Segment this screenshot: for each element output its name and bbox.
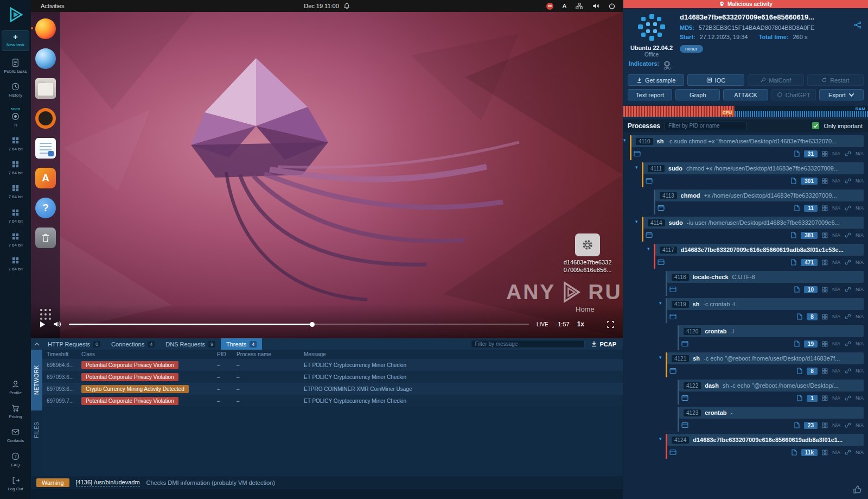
dock-icon-writer[interactable] xyxy=(35,138,56,159)
process-row[interactable]: ▾ 4123 crontab - 23 N/A N/A xyxy=(623,407,864,431)
seek-knob[interactable] xyxy=(310,322,315,327)
threat-row[interactable]: 697093.6... Crypto Currency Mining Activ… xyxy=(42,383,623,395)
sidebar-item-history[interactable]: History xyxy=(0,78,31,102)
action-button[interactable]: IOC xyxy=(687,74,744,86)
process-row[interactable]: ▾ 4119 sh -c crontab -l 8 N/A N/A xyxy=(623,298,864,322)
threat-row[interactable]: 697093.6... Potential Corporate Privacy … xyxy=(42,371,623,383)
action-button[interactable]: Export xyxy=(819,89,864,100)
mute-button[interactable] xyxy=(53,320,61,328)
process-command[interactable]: 4120 crontab -l xyxy=(679,325,864,337)
sample-name[interactable]: d14683e7fbe633207009e616e85660619... xyxy=(680,13,850,21)
sidebar-item-vm[interactable]: 7 64 bit xyxy=(8,131,22,155)
sidebar-item-logout[interactable]: Log Out xyxy=(0,471,31,499)
dock-icon-firefox[interactable] xyxy=(35,18,56,39)
process-filter-input[interactable] xyxy=(665,122,747,130)
only-important-checkbox[interactable] xyxy=(812,122,819,129)
volume-icon[interactable] xyxy=(592,3,599,9)
process-command[interactable]: 4111 sudo chmod +x /home/user/Desktop/d1… xyxy=(643,162,864,174)
dock-icon-files[interactable] xyxy=(35,78,56,99)
tab-files[interactable]: FILES xyxy=(31,410,42,450)
files-count[interactable]: 8 xyxy=(807,368,818,375)
action-button[interactable]: ChatGPT xyxy=(771,89,816,100)
files-count[interactable]: 1 xyxy=(807,395,818,402)
process-command[interactable]: 4124 d14683e7fbe633207009e616e85660619ad… xyxy=(667,434,864,446)
process-row[interactable]: ▾ 4122 dash sh -c echo "@reboot /home/us… xyxy=(623,380,864,403)
action-button[interactable]: Restart xyxy=(807,74,864,86)
action-button[interactable]: ATT&CK xyxy=(723,89,768,100)
cpu-indicator[interactable]: CPU xyxy=(663,60,671,70)
expand-arrow-icon[interactable]: ▾ xyxy=(659,436,662,441)
files-count[interactable]: 10 xyxy=(804,286,818,293)
dock-icon-software[interactable]: A xyxy=(35,168,56,188)
files-count[interactable]: 31 xyxy=(804,150,818,157)
tab-network[interactable]: NETWORK xyxy=(31,350,42,410)
process-row[interactable]: ▾ 4118 locale-check C.UTF-8 10 N/A N/A xyxy=(623,271,864,295)
process-row[interactable]: ▾ 4110 sh -c sudo chmod +x "/home/user/D… xyxy=(623,135,864,159)
expand-arrow-icon[interactable]: ▾ xyxy=(635,219,638,224)
process-row[interactable]: ▾ 4124 d14683e7fbe633207009e616e85660619… xyxy=(623,434,864,458)
process-command[interactable]: 4110 sh -c sudo chmod +x "/home/user/Des… xyxy=(631,135,864,147)
clock[interactable]: Dec 19 11:00 xyxy=(304,3,350,9)
playback-speed-button[interactable]: 1x xyxy=(577,320,584,328)
threat-row[interactable]: 697099.7... Potential Corporate Privacy … xyxy=(42,395,623,407)
action-button[interactable]: Get sample xyxy=(628,74,684,86)
sidebar-item-vm[interactable]: 7 64 bit xyxy=(8,228,22,251)
process-command[interactable]: 4118 locale-check C.UTF-8 xyxy=(667,271,864,283)
fullscreen-button[interactable] xyxy=(607,321,614,328)
network-tab[interactable]: HTTP Requests 0 xyxy=(42,338,106,350)
recording-indicator-icon[interactable] xyxy=(546,3,553,10)
dock-icon-help[interactable]: ? xyxy=(35,198,56,218)
sidebar-item-vm[interactable]: 7 64 bit xyxy=(8,179,22,203)
dock-icon-browser[interactable] xyxy=(35,48,56,69)
process-command[interactable]: 4123 crontab - xyxy=(679,407,864,419)
sidebar-item-vm[interactable]: 7 64 bit xyxy=(8,251,22,275)
keyboard-layout-indicator[interactable]: A xyxy=(563,3,566,9)
files-count[interactable]: 19 xyxy=(804,340,818,348)
sidebar-item-profile[interactable]: Profile xyxy=(0,375,31,399)
expand-arrow-icon[interactable]: ▾ xyxy=(635,165,638,170)
action-button[interactable]: MalConf xyxy=(748,74,804,86)
thumbs-up-icon[interactable] xyxy=(852,484,862,494)
sidebar-item-ti[interactable]: soon TI xyxy=(0,102,31,131)
process-command[interactable]: 4121 sh -c echo "@reboot /home/user/Desk… xyxy=(667,352,864,364)
desktop-sample-label[interactable]: d14683e7fbe6332 07009e616e856... xyxy=(544,259,623,274)
share-icon[interactable] xyxy=(854,21,861,29)
pcap-download-button[interactable]: PCAP xyxy=(591,341,616,348)
expand-arrow-icon[interactable]: ▾ xyxy=(659,300,662,306)
files-count[interactable]: 8 xyxy=(807,313,818,320)
network-tab[interactable]: DNS Requests 9 xyxy=(160,338,221,350)
process-command[interactable]: 4122 dash sh -c echo "@reboot /home/user… xyxy=(679,380,864,391)
action-button[interactable]: Text report xyxy=(628,89,672,100)
sidebar-item-new-task[interactable]: + New task xyxy=(2,30,29,51)
process-row[interactable]: ▾ 4114 sudo -iu user /home/user/Desktop/… xyxy=(623,217,864,241)
expand-arrow-icon[interactable]: ▾ xyxy=(647,246,650,251)
activities-button[interactable]: Activities xyxy=(41,3,64,9)
process-command[interactable]: 4119 sh -c crontab -l xyxy=(667,298,864,310)
sidebar-item-faq[interactable]: ? FAQ xyxy=(0,447,31,471)
dock-icon-media[interactable] xyxy=(35,108,56,129)
anyrun-logo[interactable] xyxy=(0,0,31,29)
seek-bar[interactable] xyxy=(69,324,529,325)
power-icon[interactable] xyxy=(609,3,615,9)
vm-screen[interactable]: Activities Dec 19 11:00 A xyxy=(31,0,623,338)
sidebar-item-contacts[interactable]: Contacts xyxy=(0,423,31,447)
files-count[interactable]: 23 xyxy=(804,422,818,429)
files-count[interactable]: 471 xyxy=(801,259,818,266)
network-tab[interactable]: Connections 4 xyxy=(106,338,160,350)
collapse-panel-button[interactable] xyxy=(31,338,42,350)
files-count[interactable]: 301 xyxy=(801,178,818,185)
process-command[interactable]: 4114 sudo -iu user /home/user/Desktop/d1… xyxy=(643,217,864,229)
sidebar-item-public-tasks[interactable]: Public tasks xyxy=(0,54,31,78)
sidebar-item-vm[interactable]: 7 64 bit xyxy=(8,155,22,179)
process-row[interactable]: ▾ 4117 d14683e7fbe633207009e616e85660619… xyxy=(623,244,864,268)
process-row[interactable]: ▾ 4120 crontab -l 19 N/A N/A xyxy=(623,325,864,349)
tag-miner[interactable]: miner xyxy=(680,45,703,53)
process-row[interactable]: ▾ 4113 chmod +x /home/user/Desktop/d1468… xyxy=(623,190,864,213)
files-count[interactable]: 11k xyxy=(801,449,818,456)
desktop-sample-icon[interactable] xyxy=(575,233,600,256)
sidebar-item-pricing[interactable]: Pricing xyxy=(0,399,31,423)
network-tab[interactable]: Threats 4 xyxy=(221,338,262,350)
expand-arrow-icon[interactable]: ▾ xyxy=(623,137,626,143)
process-command[interactable]: 4113 chmod +x /home/user/Desktop/d14683e… xyxy=(655,190,864,201)
process-row[interactable]: ▾ 4111 sudo chmod +x /home/user/Desktop/… xyxy=(623,162,864,186)
